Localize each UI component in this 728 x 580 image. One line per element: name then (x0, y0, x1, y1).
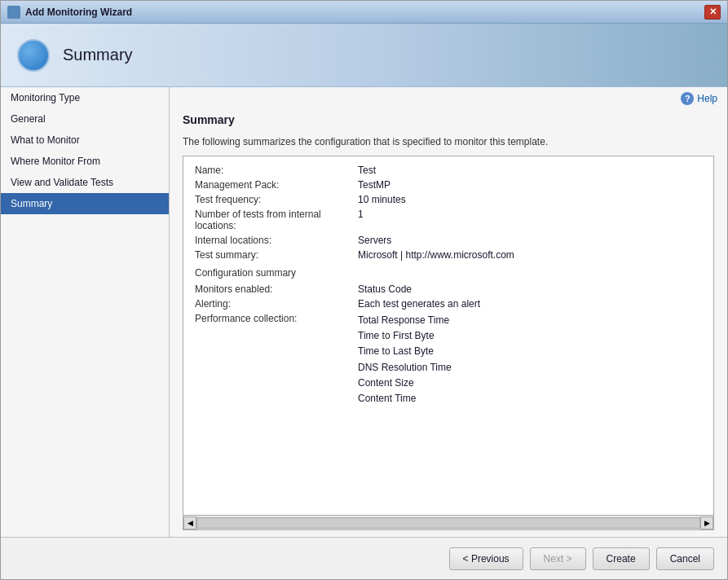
content-body: Summary The following summarizes the con… (170, 110, 727, 537)
scroll-track[interactable] (196, 516, 700, 529)
label-performance: Performance collection: (195, 313, 358, 324)
wizard-icon (17, 39, 50, 72)
summary-box: Name: Test Management Pack: TestMP Test … (183, 156, 714, 530)
label-management-pack: Management Pack: (195, 179, 358, 191)
sidebar-item-where-monitor-from[interactable]: Where Monitor From (1, 151, 169, 172)
value-test-frequency: 10 minutes (358, 194, 702, 205)
scroll-right-button[interactable]: ▶ (700, 516, 713, 529)
scroll-left-button[interactable]: ◀ (183, 516, 196, 529)
sidebar-item-general[interactable]: General (1, 108, 169, 130)
summary-row-test-frequency: Test frequency: 10 minutes (195, 194, 702, 205)
content-area: ? Help Summary The following summarizes … (170, 87, 727, 537)
summary-row-internal-locations: Internal locations: Servers (195, 235, 702, 246)
label-num-tests: Number of tests from internal locations: (195, 209, 358, 231)
summary-row-performance: Performance collection: Total Response T… (195, 313, 702, 406)
section-title: Summary (183, 113, 714, 130)
sidebar-item-summary[interactable]: Summary (1, 193, 169, 214)
create-button[interactable]: Create (593, 547, 650, 570)
summary-row-management-pack: Management Pack: TestMP (195, 179, 702, 191)
perf-line-4: DNS Resolution Time (358, 360, 702, 376)
label-config-section: Configuration summary (195, 267, 358, 279)
label-name: Name: (195, 165, 358, 176)
summary-row-name: Name: Test (195, 165, 702, 176)
label-internal-locations: Internal locations: (195, 235, 358, 246)
window-icon (7, 6, 20, 19)
summary-row-alerting: Alerting: Each test generates an alert (195, 298, 702, 310)
horizontal-scrollbar: ◀ ▶ (183, 515, 713, 529)
next-button[interactable]: Next > (530, 547, 586, 570)
value-num-tests: 1 (358, 209, 702, 220)
perf-line-1: Total Response Time (358, 313, 702, 328)
value-name: Test (358, 165, 702, 176)
value-alerting: Each test generates an alert (358, 298, 702, 310)
label-test-frequency: Test frequency: (195, 194, 358, 205)
value-internal-locations: Servers (358, 235, 702, 246)
value-performance: Total Response Time Time to First Byte T… (358, 313, 702, 406)
main-window: Add Monitoring Wizard ✕ Summary Monitori… (0, 0, 728, 580)
sidebar-item-monitoring-type[interactable]: Monitoring Type (1, 87, 169, 108)
label-test-summary: Test summary: (195, 249, 358, 261)
summary-scroll-area[interactable]: Name: Test Management Pack: TestMP Test … (183, 156, 713, 515)
footer: < Previous Next > Create Cancel (1, 537, 727, 579)
window-title: Add Monitoring Wizard (25, 7, 704, 18)
sidebar: Monitoring Type General What to Monitor … (1, 87, 170, 537)
close-button[interactable]: ✕ (704, 5, 721, 20)
cancel-button[interactable]: Cancel (656, 547, 714, 570)
svg-point-1 (674, 24, 727, 68)
svg-point-2 (686, 24, 727, 56)
perf-line-3: Time to Last Byte (358, 344, 702, 359)
perf-line-6: Content Time (358, 391, 702, 406)
label-monitors-enabled: Monitors enabled: (195, 283, 358, 295)
help-label: Help (697, 93, 717, 104)
summary-row-monitors-enabled: Monitors enabled: Status Code (195, 283, 702, 295)
perf-line-2: Time to First Byte (358, 328, 702, 344)
scroll-thumb[interactable] (196, 517, 700, 529)
help-icon: ? (681, 92, 694, 105)
description-text: The following summarizes the configurati… (183, 136, 714, 147)
header-band: Summary (1, 24, 727, 87)
previous-button[interactable]: < Previous (449, 547, 523, 570)
value-management-pack: TestMP (358, 179, 702, 191)
help-link[interactable]: ? Help (681, 92, 717, 105)
header-watermark (564, 24, 727, 86)
label-alerting: Alerting: (195, 298, 358, 310)
content-header: ? Help (170, 87, 727, 110)
svg-point-0 (662, 24, 727, 81)
main-content: Monitoring Type General What to Monitor … (1, 87, 727, 537)
header-title: Summary (63, 46, 133, 64)
summary-row-num-tests: Number of tests from internal locations:… (195, 209, 702, 231)
value-test-summary: Microsoft | http://www.microsoft.com (358, 249, 702, 261)
summary-row-config-section: Configuration summary (195, 264, 702, 280)
sidebar-item-view-validate-tests[interactable]: View and Validate Tests (1, 172, 169, 193)
summary-row-test-summary: Test summary: Microsoft | http://www.mic… (195, 249, 702, 261)
title-bar: Add Monitoring Wizard ✕ (1, 1, 727, 24)
sidebar-spacer (1, 214, 169, 537)
perf-line-5: Content Size (358, 376, 702, 391)
sidebar-item-what-to-monitor[interactable]: What to Monitor (1, 130, 169, 151)
value-monitors-enabled: Status Code (358, 283, 702, 295)
